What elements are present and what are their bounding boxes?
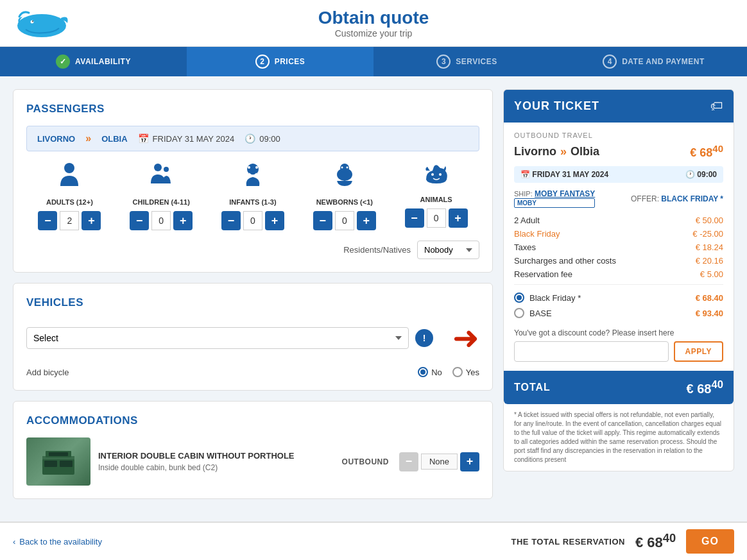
cabin-decrement[interactable]: − (399, 452, 418, 471)
svg-rect-16 (44, 461, 57, 467)
cabin-counter: − None + (399, 452, 479, 471)
bicycle-row: Add bicycle No Yes (26, 367, 479, 377)
svg-rect-17 (60, 461, 73, 467)
price-row-blackfriday: Black Friday € -25.00 (514, 229, 723, 239)
adult-increment[interactable]: + (82, 211, 101, 230)
price-row-surcharges: Surcharges and other costs € 20.16 (514, 256, 723, 266)
children-value: 0 (151, 211, 171, 230)
animals-decrement[interactable]: − (405, 208, 424, 228)
ship-label: SHIP: (514, 190, 533, 198)
offer-option-blackfriday-price: € 68.40 (696, 293, 723, 303)
route-arrow-icon: » (85, 133, 91, 144)
cabin-outbound: OUTBOUND − None + (342, 452, 479, 471)
offer-label: OFFER: (631, 194, 659, 203)
moby-logo: MOBY (514, 198, 595, 208)
ticket-price-main: € 6840 (690, 143, 723, 160)
main-layout: PASSENGERS LIVORNO » OLBIA 📅 FRIDAY 31 M… (0, 76, 747, 512)
newborns-icon (333, 162, 356, 193)
step-date-payment[interactable]: 4 DATE AND PAYMENT (560, 47, 747, 76)
cabin-image-inner (26, 437, 90, 486)
children-label: CHILDREN (4-11) (133, 198, 190, 206)
accommodations-title: ACCOMMODATIONS (26, 414, 479, 427)
ship-info: SHIP: MOBY FANTASY MOBY (514, 189, 595, 208)
left-panel: PASSENGERS LIVORNO » OLBIA 📅 FRIDAY 31 M… (13, 89, 493, 499)
children-increment[interactable]: + (173, 211, 193, 230)
ticket-footnote: * A ticket issued with special offers is… (504, 404, 734, 471)
calendar-icon: 📅 (138, 133, 149, 144)
svg-rect-20 (49, 452, 68, 456)
adult-decrement[interactable]: − (38, 211, 57, 230)
step-num-2: 2 (255, 55, 270, 69)
step-prices[interactable]: 2 PRICES (187, 47, 374, 76)
animals-increment[interactable]: + (449, 208, 468, 228)
discount-label: You've got a discount code? Please inser… (514, 328, 723, 337)
infants-increment[interactable]: + (265, 211, 284, 230)
residents-dropdown[interactable]: Nobody Sardinian Sicilian Other (417, 241, 479, 259)
price-label-surcharges: Surcharges and other costs (514, 256, 616, 266)
newborns-value: 0 (335, 211, 354, 230)
passenger-newborns: NEWBORNS (<1) − 0 + (301, 162, 388, 230)
bicycle-no-radio[interactable] (418, 367, 428, 377)
adult-icon (58, 162, 81, 193)
ticket-header: YOUR TICKET 🏷 (504, 90, 734, 123)
ticket-route-from: Livorno (514, 145, 556, 158)
price-val-adults: € 50.00 (696, 216, 723, 225)
newborns-decrement[interactable]: − (313, 211, 332, 230)
step-availability[interactable]: ✓ AVAILABILITY (0, 47, 187, 76)
price-label-blackfriday: Black Friday (514, 229, 560, 239)
bicycle-no-option[interactable]: No (418, 367, 442, 377)
offer-radio-blackfriday[interactable] (514, 293, 524, 303)
svg-point-2 (32, 21, 33, 22)
vehicle-dropdown[interactable]: Select (26, 327, 409, 349)
total-label: TOTAL (514, 382, 551, 393)
children-counter: − 0 + (130, 211, 193, 230)
offer-radio-base[interactable] (514, 308, 524, 318)
newborns-increment[interactable]: + (357, 211, 376, 230)
ticket-price-cents: 40 (712, 143, 723, 154)
cabin-increment[interactable]: + (460, 452, 479, 471)
step-services[interactable]: 3 SERVICES (374, 47, 560, 76)
discount-section: You've got a discount code? Please inser… (514, 328, 723, 362)
clock-icon: 🕐 (245, 133, 255, 144)
apply-button[interactable]: APPLY (674, 341, 723, 362)
infants-icon (241, 162, 264, 193)
vehicles-title: VEHICLES (26, 296, 479, 309)
offer-option-blackfriday[interactable]: Black Friday * € 68.40 (514, 290, 723, 305)
accommodation-item: INTERIOR DOUBLE CABIN WITHOUT PORTHOLE I… (26, 437, 479, 486)
ticket-total-bar: TOTAL € 6840 (504, 371, 734, 404)
bicycle-yes-option[interactable]: Yes (452, 367, 479, 377)
offer-option-base[interactable]: BASE € 93.40 (514, 305, 723, 321)
price-row-reservation: Reservation fee € 5.00 (514, 269, 723, 279)
vehicle-info-button[interactable]: ! (415, 329, 433, 347)
children-decrement[interactable]: − (130, 211, 149, 230)
bicycle-label: Add bicycle (26, 368, 69, 377)
infants-decrement[interactable]: − (221, 211, 241, 230)
passenger-children: CHILDREN (4-11) − 0 + (118, 162, 205, 230)
route-main-text: Livorno » Olbia (514, 145, 599, 158)
bicycle-yes-radio[interactable] (452, 367, 463, 377)
svg-point-13 (431, 173, 434, 176)
ticket-route-arrow: » (560, 145, 567, 158)
ticket-price-value: € 68 (690, 146, 712, 159)
animals-counter: − 0 + (405, 208, 468, 228)
animals-icon (424, 162, 449, 191)
total-price: € 6840 (687, 378, 723, 396)
svg-point-12 (346, 167, 348, 169)
passenger-animals: ANIMALS − 0 + (393, 162, 479, 230)
discount-input[interactable] (514, 341, 669, 362)
adult-counter: − 2 + (38, 211, 101, 230)
ticket-header-title: YOUR TICKET (514, 99, 599, 113)
divider (514, 284, 723, 285)
price-row-taxes: Taxes € 18.24 (514, 242, 723, 252)
logo (13, 5, 71, 42)
price-val-taxes: € 18.24 (696, 242, 723, 252)
step-label-services: SERVICES (456, 57, 497, 66)
price-row-adults: 2 Adult € 50.00 (514, 216, 723, 225)
animals-value: 0 (427, 208, 446, 228)
cabin-image (26, 437, 90, 486)
arrow-right-icon: ➜ (452, 319, 479, 357)
offer-name: BLACK FRIDAY * (661, 194, 723, 203)
vehicles-section: VEHICLES Select ! ➜ Add bicycle No (13, 283, 493, 391)
adult-value: 2 (60, 211, 79, 230)
outbound-label: OUTBOUND (342, 457, 389, 466)
